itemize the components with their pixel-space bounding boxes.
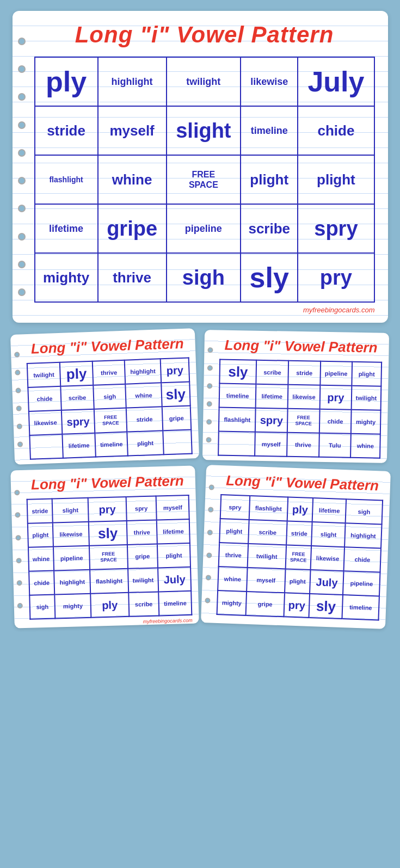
table-row: lifetime timeline plight [29, 429, 192, 459]
cell: scribe [60, 385, 94, 410]
cell: sigh [345, 499, 382, 524]
cell: July [158, 567, 191, 592]
cell: slight [52, 498, 88, 523]
main-bingo-card: Long "i" Vowel Pattern ply highlight twi… [13, 11, 388, 323]
table-row: myself thrive Tulu whine [218, 432, 380, 458]
cell: thrive [92, 360, 125, 385]
spiral-holes [14, 345, 23, 453]
cell [218, 432, 255, 456]
cell: mighty [54, 594, 91, 619]
main-website: myfreebingocards.com [34, 306, 375, 314]
cell: twilight [351, 386, 381, 410]
cell: thrive [126, 520, 157, 544]
cell: myself [255, 432, 287, 457]
cell: stride [288, 361, 321, 385]
small-cards-container: Long "i" Vowel Pattern twilight ply thri… [13, 331, 388, 626]
cell: highlight [124, 359, 161, 384]
cell: myself [156, 495, 189, 520]
cell-r3c4: plight [241, 155, 298, 204]
cell: plight [352, 362, 381, 386]
table-row: stride slight pry spry myself [27, 495, 189, 524]
hole [18, 93, 26, 101]
table-row: lifetime gripe pipeline scribe spry [35, 204, 374, 253]
cell: timeline [95, 432, 128, 457]
cell: Tulu [318, 433, 350, 458]
cell: myself [247, 568, 285, 593]
cell: flashlight [218, 408, 255, 432]
table-row: mighty thrive sigh sly pry [35, 253, 374, 302]
table-row: flashlight whine FREESPACE plight plight [35, 155, 374, 204]
hole [208, 484, 214, 490]
cell: scribe [128, 592, 159, 616]
cell: chide [28, 386, 61, 411]
hole [15, 513, 20, 518]
small-card-3: Long "i" Vowel Pattern stride slight pry… [10, 466, 199, 629]
cell-r4c5: spry [298, 204, 374, 253]
cell: lifetime [156, 519, 189, 544]
hole [206, 401, 212, 407]
cell: ply [59, 361, 93, 386]
cell-r3c3-freespace: FREESPACE [167, 155, 241, 204]
hole [14, 490, 20, 495]
cell-r1c4: likewise [241, 57, 298, 106]
cell-r5c5: pry [298, 253, 374, 302]
cell: likewise [310, 546, 344, 571]
hole [17, 442, 22, 447]
cell: mighty [350, 410, 380, 434]
table-row: stride myself slight timeline chide [35, 106, 374, 155]
cell: timeline [158, 591, 192, 616]
hole [15, 535, 21, 540]
cell: whine [218, 567, 247, 592]
cell: plight [284, 569, 310, 594]
cell-r2c4: timeline [241, 106, 298, 155]
cell-r4c4: scribe [241, 204, 298, 253]
cell: ply [90, 593, 128, 618]
cell: likewise [287, 385, 320, 409]
cell: thrive [287, 433, 319, 457]
cell: whine [125, 383, 162, 408]
cell: twilight [247, 544, 286, 569]
cell-r3c1: flashlight [35, 155, 98, 204]
cell: sigh [93, 384, 126, 409]
spiral-holes [18, 27, 26, 306]
cell-r3c2: whine [98, 155, 167, 204]
cell-r4c2: gripe [98, 204, 167, 253]
small-card-1: Long "i" Vowel Pattern twilight ply thri… [10, 328, 199, 465]
cell: chide [319, 409, 351, 434]
spiral-holes [204, 476, 214, 612]
hole [18, 38, 26, 45]
cell: chide [343, 547, 380, 572]
cell-r4c3: pipeline [167, 204, 241, 253]
cell: lifetime [312, 498, 346, 523]
hole [18, 149, 26, 157]
hole [206, 437, 211, 442]
small-card-3-website: myfreebingocards.com [29, 618, 192, 627]
small-grid-4: spry flashlight ply lifetime sigh plight… [216, 494, 383, 620]
hole [18, 261, 26, 268]
cell-r1c1: ply [35, 57, 98, 106]
hole [206, 552, 212, 558]
cell: highlight [54, 570, 90, 595]
small-card-4-title: Long "i" Vowel Pattern [220, 472, 384, 494]
hole [16, 424, 22, 429]
cell: gripe [127, 544, 158, 568]
cell: scribe [248, 520, 287, 545]
cell: spry [255, 408, 288, 433]
cell: pipeline [343, 571, 380, 596]
small-grid-3: stride slight pry spry myself plight lik… [26, 495, 192, 620]
table-row: mighty gripe pry sly timeline [217, 590, 379, 620]
cell-r3c5: plight [298, 155, 374, 204]
small-card-2: Long "i" Vowel Pattern sly scribe stride… [202, 330, 389, 463]
hole [15, 387, 21, 393]
hole [18, 205, 26, 212]
cell [29, 434, 63, 459]
cell-r2c1: stride [35, 106, 98, 155]
cell: twilight [27, 362, 60, 387]
cell: likewise [52, 522, 89, 547]
cell: whine [28, 546, 53, 571]
hole [15, 370, 20, 375]
cell: stride [286, 521, 312, 546]
cell: pry [284, 593, 310, 618]
hole [207, 383, 212, 389]
cell: stride [126, 407, 163, 432]
